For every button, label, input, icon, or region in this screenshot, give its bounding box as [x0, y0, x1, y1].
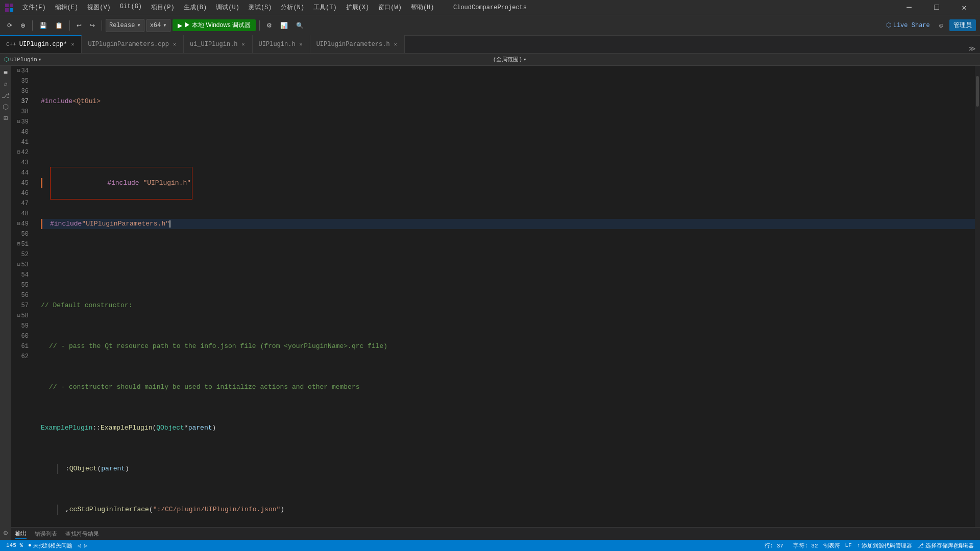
- tab-uiplugin-cpp-close[interactable]: ✕: [70, 41, 75, 48]
- activity-settings[interactable]: ⚙: [1, 528, 11, 538]
- status-hscroll[interactable]: ◁ ▷: [76, 542, 90, 549]
- menu-file[interactable]: 文件(F): [18, 2, 50, 13]
- live-share-button[interactable]: ⬡ Live Share: [883, 20, 933, 30]
- menu-git[interactable]: Git(G): [116, 2, 146, 13]
- tab-uiplugin-cpp[interactable]: C++ UIPlugin.cpp* ✕: [0, 35, 82, 53]
- tabs-scroll[interactable]: ≫: [964, 44, 980, 53]
- status-repo[interactable]: ⎇ 选择存储库@编辑器: [915, 542, 976, 549]
- activity-explorer[interactable]: ≡: [1, 68, 11, 78]
- platform-dropdown[interactable]: x64 ▾: [146, 19, 170, 32]
- code-line-35: [41, 137, 975, 147]
- vertical-scrollbar[interactable]: [975, 66, 980, 527]
- menu-extensions[interactable]: 扩展(X): [342, 2, 374, 13]
- status-bar: 145 % ● 未找到相关问题 ◁ ▷ 行: 37 字符: 32 制表符 LF …: [0, 540, 980, 551]
- menu-help[interactable]: 帮助(H): [407, 2, 438, 13]
- menu-edit[interactable]: 编辑(E): [51, 2, 83, 13]
- tab-uiplugin-h[interactable]: UIPlugin.h ✕: [253, 35, 310, 53]
- line-label: 行: 37: [765, 542, 783, 549]
- activity-search[interactable]: ⌕: [1, 79, 11, 89]
- live-share-icon: ⬡: [886, 21, 891, 29]
- configuration-arrow: ▾: [137, 21, 140, 29]
- refresh-button[interactable]: ⟳: [4, 20, 15, 31]
- activity-debug[interactable]: ⬡: [1, 102, 11, 112]
- run-button[interactable]: ▶ ▶ 本地 Windows 调试器: [173, 19, 256, 31]
- scope-range-label: (全局范围): [493, 56, 522, 63]
- line-num-47: 47: [11, 198, 33, 209]
- activity-bar: ≡ ⌕ ⎇ ⬡ ⊞ ⚙: [0, 66, 11, 540]
- line-num-41: 41: [11, 137, 33, 147]
- main-area: ≡ ⌕ ⎇ ⬡ ⊞ ⚙ ⊟34 35 36 37 38 ⊟39: [0, 66, 980, 540]
- line-numbers: ⊟34 35 36 37 38 ⊟39 40 41 ⊟42 43 44: [11, 66, 37, 527]
- menu-build[interactable]: 生成(B): [180, 2, 211, 13]
- code-line-40: // - pass the Qt resource path to the in…: [41, 341, 975, 352]
- code-line-37: #include "UIPluginParameters.h": [41, 219, 975, 229]
- status-problems[interactable]: ● 未找到相关问题: [26, 542, 75, 549]
- menu-project[interactable]: 项目(P): [147, 2, 179, 13]
- undo-button[interactable]: ↩: [74, 20, 85, 31]
- menu-test[interactable]: 测试(S): [244, 2, 276, 13]
- configuration-dropdown[interactable]: Release ▾: [106, 19, 144, 32]
- minimize-button[interactable]: ─: [897, 0, 921, 15]
- menu-debug[interactable]: 调试(U): [212, 2, 243, 13]
- status-right: 行: 37 字符: 32 制表符 LF ↑ 添加到源代码管理器 ⎇ 选择存储库@…: [763, 542, 976, 549]
- code-scroll-area[interactable]: ⊟34 35 36 37 38 ⊟39 40 41 ⊟42 43 44: [11, 66, 980, 527]
- line-num-43: 43: [11, 158, 33, 168]
- status-line-col[interactable]: 行: 37 字符: 32: [763, 542, 820, 549]
- code-line-38: [41, 260, 975, 270]
- attach-button[interactable]: ⚙: [263, 20, 275, 31]
- menu-tools[interactable]: 工具(T): [309, 2, 341, 13]
- platform-label: x64: [150, 22, 161, 29]
- save-button[interactable]: 💾: [36, 20, 50, 31]
- status-left: 145 % ● 未找到相关问题 ◁ ▷: [4, 542, 89, 549]
- source-control-icon: ↑: [857, 542, 861, 548]
- close-button[interactable]: ✕: [952, 0, 976, 15]
- scrollbar-thumb[interactable]: [976, 76, 979, 107]
- line-num-44: 44: [11, 168, 33, 178]
- scope-class[interactable]: ⬡ UIPlugin ▾: [4, 56, 41, 63]
- code-content[interactable]: #include <QtGui> #include "UIPlugin.h": [37, 66, 975, 527]
- toolbar-sep-4: [259, 20, 260, 31]
- code-editor[interactable]: ⊟34 35 36 37 38 ⊟39 40 41 ⊟42 43 44: [11, 66, 980, 527]
- menu-view[interactable]: 视图(V): [83, 2, 115, 13]
- status-zoom[interactable]: 145 %: [4, 542, 25, 548]
- tab-uiplugin-h-close[interactable]: ✕: [299, 41, 304, 48]
- status-source-control[interactable]: ↑ 添加到源代码管理器: [855, 542, 915, 549]
- tab-uiplugin-cpp-label: UIPlugin.cpp*: [19, 41, 67, 48]
- repo-label: 选择存储库@编辑器: [925, 542, 974, 549]
- tab-uipluginparameters-cpp-close[interactable]: ✕: [172, 41, 177, 48]
- app-logo: [4, 3, 14, 13]
- status-indent[interactable]: 制表符: [821, 542, 842, 549]
- menu-analyze[interactable]: 分析(N): [277, 2, 308, 13]
- tab-ui-uiplugin-h[interactable]: ui_UIPlugin.h ✕: [184, 35, 253, 53]
- scope-range[interactable]: (全局范围) ▾: [493, 56, 527, 63]
- bottom-tab-find[interactable]: 查找符号结果: [65, 529, 99, 539]
- tab-ui-uiplugin-h-close[interactable]: ✕: [241, 41, 246, 48]
- save-all-button[interactable]: 📋: [52, 20, 66, 31]
- bottom-tabs: 输出 错误列表 查找符号结果: [11, 527, 980, 540]
- tab-uipluginparameters-h[interactable]: UIPluginParameters.h ✕: [310, 35, 405, 53]
- add-button[interactable]: ⊕: [17, 20, 29, 31]
- bottom-tab-output[interactable]: 输出: [15, 529, 27, 539]
- restore-button[interactable]: □: [925, 0, 948, 15]
- activity-git[interactable]: ⎇: [1, 90, 11, 101]
- performance-button[interactable]: 📊: [277, 20, 291, 31]
- activity-extensions[interactable]: ⊞: [1, 113, 11, 123]
- diagnostic-button[interactable]: 🔍: [293, 20, 307, 31]
- feedback-button[interactable]: ☺: [935, 20, 947, 31]
- status-encoding[interactable]: LF: [843, 542, 854, 548]
- source-control-label: 添加到源代码管理器: [862, 542, 912, 549]
- line-num-61: 61: [11, 341, 33, 352]
- bottom-tab-errors[interactable]: 错误列表: [35, 529, 57, 539]
- tab-uipluginparameters-h-close[interactable]: ✕: [393, 41, 398, 48]
- line-num-60: 60: [11, 331, 33, 341]
- encoding-label: LF: [845, 542, 852, 548]
- scope-class-arrow: ▾: [38, 56, 42, 63]
- redo-button[interactable]: ↪: [87, 20, 98, 31]
- platform-arrow: ▾: [163, 21, 166, 29]
- tab-uipluginparameters-cpp[interactable]: UIPluginParameters.cpp ✕: [82, 35, 183, 53]
- code-line-44: , ccStdPluginInterface( ":/CC/plugin/UIP…: [41, 505, 975, 515]
- menu-window[interactable]: 窗口(W): [374, 2, 406, 13]
- code-line-43: : QObject( parent ): [41, 464, 975, 474]
- admin-button[interactable]: 管理员: [949, 19, 976, 31]
- toolbar: ⟳ ⊕ 💾 📋 ↩ ↪ Release ▾ x64 ▾ ▶ ▶ 本地 Windo…: [0, 15, 980, 36]
